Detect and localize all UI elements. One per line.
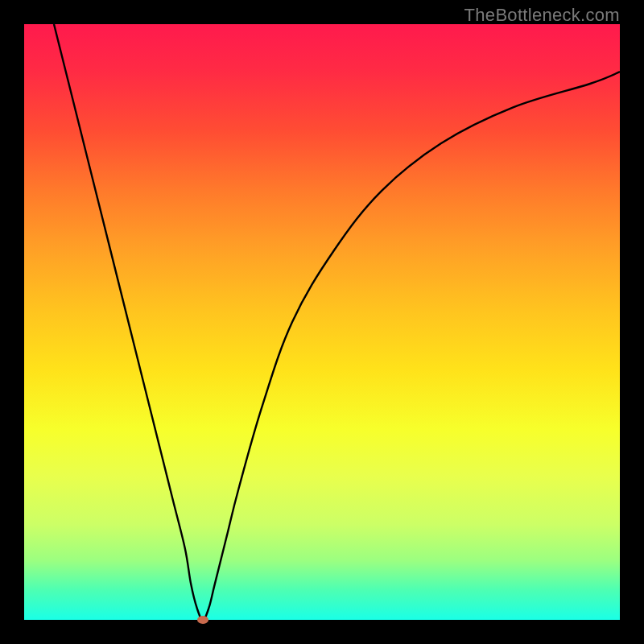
plot-area	[24, 24, 620, 620]
watermark-text: TheBottleneck.com	[464, 5, 620, 26]
chart-frame: TheBottleneck.com	[0, 0, 644, 644]
curve-svg	[24, 24, 620, 620]
optimal-point-marker	[197, 616, 208, 624]
bottleneck-curve	[54, 24, 620, 620]
